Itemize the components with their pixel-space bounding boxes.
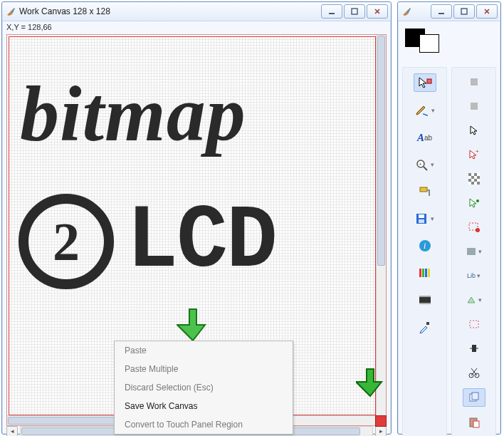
eyedropper-tool[interactable]: [414, 318, 436, 336]
svg-rect-20: [426, 322, 429, 325]
fill-tool[interactable]: ▾: [463, 243, 485, 260]
toolbox-close-button[interactable]: [476, 4, 498, 19]
insert-tool[interactable]: [463, 340, 485, 357]
svg-rect-28: [477, 176, 480, 179]
copy-tool[interactable]: [463, 388, 485, 407]
scroll-left-button[interactable]: ◂: [6, 426, 18, 437]
toolbox-titlebar[interactable]: [398, 2, 500, 21]
tool-r1[interactable]: [463, 73, 485, 90]
svg-rect-30: [474, 179, 477, 182]
film-tool[interactable]: [414, 291, 436, 308]
paint-tool[interactable]: [414, 183, 436, 200]
svg-rect-31: [471, 182, 474, 185]
color-swatches: [405, 28, 500, 53]
svg-point-35: [476, 228, 480, 232]
svg-rect-16: [428, 269, 430, 277]
vertical-scrollbar[interactable]: [376, 35, 386, 416]
svg-rect-29: [468, 179, 471, 182]
toolbox-minimize-button[interactable]: [431, 4, 452, 19]
background-color-swatch[interactable]: [419, 34, 439, 53]
canvas-resize-handle[interactable]: [375, 415, 387, 427]
menu-item-save-work-canvas[interactable]: Save Work Canvas: [115, 397, 293, 415]
svg-rect-15: [425, 269, 427, 277]
svg-text:i: i: [424, 241, 426, 251]
svg-rect-4: [427, 79, 431, 83]
lib-label: Lib: [467, 272, 476, 279]
svg-rect-7: [420, 187, 427, 192]
svg-rect-14: [422, 269, 424, 277]
svg-rect-21: [471, 78, 478, 85]
svg-rect-1: [352, 9, 357, 14]
svg-rect-22: [471, 103, 478, 110]
select-region-tool[interactable]: [463, 219, 485, 236]
svg-rect-36: [467, 248, 476, 255]
svg-rect-27: [471, 176, 474, 179]
toolbox-maximize-button[interactable]: [453, 4, 475, 19]
svg-point-33: [476, 199, 479, 202]
app-brush-icon: [401, 6, 412, 17]
pencil-tool[interactable]: ▾: [414, 102, 436, 119]
svg-rect-32: [477, 182, 480, 185]
svg-rect-25: [468, 173, 471, 176]
menu-item-discard-selection[interactable]: Discard Selection (Esc): [115, 378, 293, 397]
select-move-tool[interactable]: [414, 73, 436, 92]
svg-rect-2: [439, 13, 444, 14]
cursor-coordinates: X,Y = 128,66: [2, 21, 391, 34]
svg-rect-18: [419, 296, 431, 297]
cursor-tool[interactable]: [463, 122, 485, 139]
menu-item-convert-touch[interactable]: Convert to Touch Panel Region: [115, 415, 293, 434]
cut-tool[interactable]: [463, 364, 485, 381]
tool-column-right: + ▾ Lib▾ ▾: [451, 67, 496, 436]
info-tool[interactable]: i: [414, 237, 436, 254]
paste-tool[interactable]: [463, 414, 485, 431]
shape-tool[interactable]: ▾: [463, 291, 485, 308]
dither-tool[interactable]: [463, 170, 485, 187]
svg-rect-19: [419, 303, 431, 304]
text-tool[interactable]: Aab: [414, 129, 436, 146]
svg-rect-9: [419, 214, 424, 218]
scroll-right-button[interactable]: ▸: [375, 426, 387, 437]
svg-rect-3: [461, 9, 467, 14]
menu-item-paste[interactable]: Paste: [115, 341, 293, 360]
svg-text:+: +: [476, 149, 479, 155]
tool-column-left: ▾ Aab +▾ ▾ i: [402, 67, 447, 436]
zoom-tool[interactable]: +▾: [414, 156, 436, 173]
canvas-circle-digit: 2: [19, 194, 114, 289]
menu-item-paste-multiple[interactable]: Paste Multiple: [115, 360, 293, 378]
minimize-button[interactable]: [321, 4, 342, 19]
marquee-tool[interactable]: [463, 316, 485, 333]
canvas-context-menu: Paste Paste Multiple Discard Selection (…: [114, 341, 293, 435]
tool-r2[interactable]: [463, 98, 485, 115]
vertical-scroll-thumb[interactable]: [377, 36, 385, 266]
toolbox-window: ▾ Aab +▾ ▾ i + ▾ Lib▾ ▾: [397, 1, 501, 435]
cursor-plus-tool[interactable]: +: [463, 146, 485, 163]
canvas-lcd-row: 2 LCD: [19, 193, 276, 290]
svg-rect-42: [472, 393, 478, 400]
canvas-text-bitmap: bitmap: [20, 69, 246, 160]
svg-rect-37: [470, 321, 478, 328]
color-bars-tool[interactable]: [414, 264, 436, 281]
save-tool[interactable]: ▾: [414, 210, 436, 227]
app-brush-icon: [5, 6, 16, 17]
window-title: Work Canvas 128 x 128: [19, 6, 318, 16]
svg-rect-10: [419, 219, 424, 223]
svg-rect-44: [473, 421, 479, 427]
cursor-green-tool[interactable]: [463, 194, 485, 212]
work-canvas-titlebar[interactable]: Work Canvas 128 x 128: [2, 2, 391, 21]
maximize-button[interactable]: [344, 4, 365, 19]
lib-tool[interactable]: Lib▾: [463, 267, 485, 284]
svg-rect-26: [474, 173, 477, 176]
svg-rect-13: [419, 269, 421, 277]
canvas-text-lcd: LCD: [127, 191, 276, 293]
svg-rect-0: [329, 13, 335, 14]
svg-text:+: +: [419, 161, 422, 167]
svg-rect-38: [472, 345, 476, 352]
close-button[interactable]: [367, 4, 388, 19]
